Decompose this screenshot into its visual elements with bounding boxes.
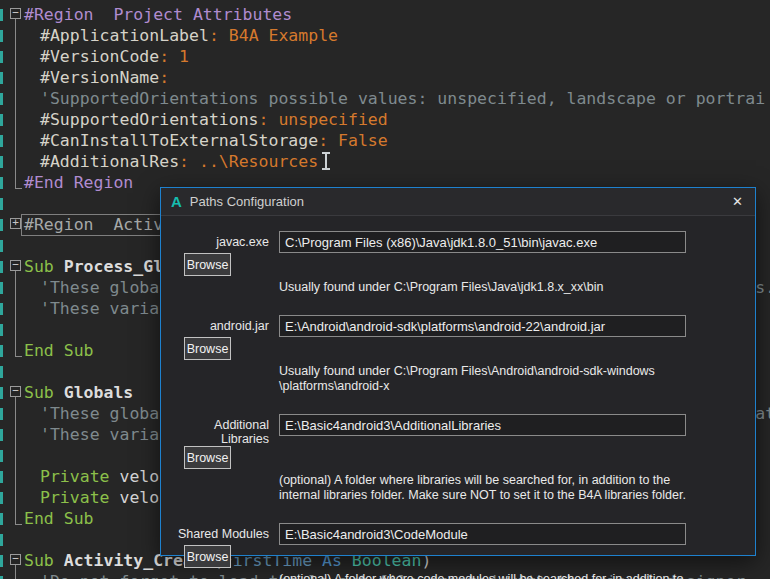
line-number-mark xyxy=(0,366,3,378)
code-line: #VersionCode: 1 xyxy=(0,46,770,67)
code-text: Private velo xyxy=(0,466,159,487)
dialog-titlebar[interactable]: A Paths Configuration ✕ xyxy=(161,188,755,216)
code-token: 'SupportedOrientations possible values: … xyxy=(40,89,765,108)
code-token: Sub xyxy=(24,551,64,570)
code-token: End Sub xyxy=(24,341,94,360)
code-line: #SupportedOrientations: unspecified xyxy=(0,109,770,130)
path-row-label: Additional Libraries xyxy=(169,414,269,446)
code-token: velo xyxy=(119,467,159,486)
fold-line xyxy=(15,565,16,579)
code-token: Sub xyxy=(24,383,64,402)
code-token: #Region Project Attributes xyxy=(24,5,292,24)
line-number-mark xyxy=(0,240,3,252)
code-token: : B4A Example xyxy=(209,26,338,45)
fold-line-end xyxy=(15,188,22,189)
code-text: #CanInstallToExternalStorage: False xyxy=(0,130,388,151)
path-row: android.jar Browse Usually found under C… xyxy=(169,315,746,394)
path-row-help: Usually found under C:\Program Files\And… xyxy=(279,364,746,394)
b4a-ide-window: #Region Project Attributes#ApplicationLa… xyxy=(0,0,770,579)
shared-modules-input[interactable] xyxy=(279,523,686,545)
fold-line-end xyxy=(15,356,22,357)
javac-exe-browse-button[interactable]: Browse xyxy=(184,253,231,276)
additional-libraries-browse-button[interactable]: Browse xyxy=(184,446,231,469)
path-row-help: (optional) A folder where code modules w… xyxy=(279,572,746,579)
code-token: Private xyxy=(40,488,119,507)
code-token: #VersionCode xyxy=(40,47,159,66)
code-text: 'SupportedOrientations possible values: … xyxy=(0,88,765,109)
line-number-mark xyxy=(0,324,3,336)
code-token: Private xyxy=(40,467,119,486)
path-row-help: Usually found under C:\Program Files\Jav… xyxy=(279,280,746,295)
code-token: : False xyxy=(318,131,388,150)
fold-collapse-icon[interactable] xyxy=(10,260,21,271)
path-row: Shared Modules Browse (optional) A folde… xyxy=(169,523,746,579)
code-token: : xyxy=(159,68,169,87)
code-text: #ApplicationLabel: B4A Example xyxy=(0,25,338,46)
code-token: #VersionName xyxy=(40,68,159,87)
line-number-mark xyxy=(0,198,3,210)
android-jar-browse-button[interactable]: Browse xyxy=(184,337,231,360)
code-token: #CanInstallToExternalStorage xyxy=(40,131,318,150)
code-text: #VersionCode: 1 xyxy=(0,46,189,67)
javac-exe-input[interactable] xyxy=(279,231,686,253)
code-line: #VersionName: xyxy=(0,67,770,88)
code-token: #AdditionalRes xyxy=(40,152,179,171)
line-number-mark xyxy=(0,534,3,546)
code-token: #ApplicationLabel xyxy=(40,26,209,45)
dialog-title: Paths Configuration xyxy=(190,194,722,209)
close-icon[interactable]: ✕ xyxy=(730,194,745,209)
code-token: #SupportedOrientations xyxy=(40,110,259,129)
code-line: #Region Project Attributes xyxy=(0,4,770,25)
code-text: #End Region xyxy=(0,172,133,193)
fold-line xyxy=(15,397,16,524)
path-row-label: android.jar xyxy=(169,315,269,337)
code-token: End Sub xyxy=(24,509,94,528)
code-line: #AdditionalRes: ..\Resources xyxy=(0,151,770,172)
fold-collapse-icon[interactable] xyxy=(10,386,21,397)
code-text: #SupportedOrientations: unspecified xyxy=(0,109,388,130)
code-token: Globals xyxy=(64,383,134,402)
code-token: #End Region xyxy=(24,173,133,192)
dialog-body: javac.exe Browse Usually found under C:\… xyxy=(161,216,755,579)
text-ibeam-cursor-icon xyxy=(322,152,331,171)
fold-line xyxy=(15,271,16,356)
code-text: #VersionName: xyxy=(0,67,169,88)
path-row-label: Shared Modules xyxy=(169,523,269,545)
code-token: : unspecified xyxy=(259,110,388,129)
path-row: javac.exe Browse Usually found under C:\… xyxy=(169,231,746,295)
code-token: : ..\Resources xyxy=(179,152,318,171)
fold-line xyxy=(15,19,16,188)
fold-collapse-icon[interactable] xyxy=(10,554,21,565)
shared-modules-browse-button[interactable]: Browse xyxy=(184,545,231,568)
code-text: Private velo xyxy=(0,487,159,508)
line-number-mark xyxy=(0,450,3,462)
code-line: #ApplicationLabel: B4A Example xyxy=(0,25,770,46)
android-jar-input[interactable] xyxy=(279,315,686,337)
code-token: velo xyxy=(119,488,159,507)
path-rows: javac.exe Browse Usually found under C:\… xyxy=(169,231,746,579)
additional-libraries-input[interactable] xyxy=(279,414,686,436)
paths-configuration-dialog: A Paths Configuration ✕ javac.exe Browse… xyxy=(160,187,756,556)
path-row-label: javac.exe xyxy=(169,231,269,253)
code-text: #Region Project Attributes xyxy=(0,4,292,25)
code-text: #AdditionalRes: ..\Resources xyxy=(0,151,318,172)
path-row-help: (optional) A folder where libraries will… xyxy=(279,473,746,503)
path-row: Additional Libraries Browse (optional) A… xyxy=(169,414,746,503)
code-token: Sub xyxy=(24,257,64,276)
code-token: : 1 xyxy=(159,47,189,66)
fold-expand-icon[interactable] xyxy=(10,218,21,229)
code-line: #CanInstallToExternalStorage: False xyxy=(0,130,770,151)
code-line: 'SupportedOrientations possible values: … xyxy=(0,88,770,109)
fold-collapse-icon[interactable] xyxy=(10,8,21,19)
fold-line-end xyxy=(15,524,22,525)
b4a-app-icon: A xyxy=(171,193,182,210)
